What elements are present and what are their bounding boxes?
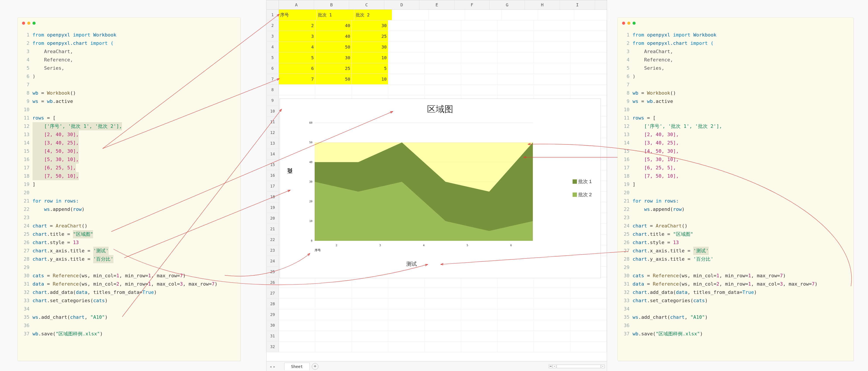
cell[interactable] — [534, 299, 570, 309]
cell[interactable] — [388, 320, 425, 331]
row-header[interactable]: 22 — [267, 234, 279, 245]
cell[interactable] — [574, 10, 611, 20]
cell[interactable] — [425, 299, 461, 309]
cell[interactable]: 5 — [352, 63, 388, 74]
cell[interactable] — [352, 309, 388, 320]
cell[interactable] — [461, 31, 497, 41]
cell[interactable] — [570, 74, 607, 84]
cell[interactable] — [461, 331, 497, 341]
cell[interactable] — [425, 85, 461, 95]
cell[interactable] — [497, 52, 534, 63]
cell[interactable] — [497, 331, 534, 341]
cell[interactable] — [570, 320, 607, 331]
cell[interactable] — [388, 31, 425, 41]
table-row[interactable]: 334025 — [267, 31, 607, 42]
row-header[interactable]: 6 — [267, 63, 279, 74]
cell[interactable] — [461, 74, 497, 84]
cell[interactable]: 25 — [352, 31, 388, 41]
cell[interactable] — [534, 31, 570, 41]
table-row[interactable]: 775010 — [267, 74, 607, 85]
cell[interactable] — [570, 85, 607, 95]
cell[interactable]: 10 — [352, 52, 388, 63]
cell[interactable] — [461, 299, 497, 309]
row-header[interactable]: 1 — [267, 10, 279, 20]
table-row[interactable]: 32 — [267, 342, 607, 352]
cell[interactable] — [425, 20, 461, 31]
cell[interactable] — [534, 52, 570, 63]
cell[interactable] — [497, 31, 534, 41]
row-header[interactable]: 21 — [267, 224, 279, 234]
cell[interactable] — [352, 288, 388, 298]
cell[interactable] — [388, 42, 425, 52]
col-G[interactable]: G — [490, 0, 525, 9]
cell[interactable]: 4 — [279, 42, 315, 52]
cell[interactable] — [534, 320, 570, 331]
cell[interactable] — [461, 320, 497, 331]
cell[interactable]: 批次 2 — [354, 10, 392, 20]
col-B[interactable]: B — [314, 0, 349, 9]
cell[interactable] — [352, 342, 388, 352]
row-header[interactable]: 20 — [267, 213, 279, 224]
cell[interactable] — [501, 10, 538, 20]
row-header[interactable]: 30 — [267, 320, 279, 331]
row-header[interactable]: 9 — [267, 95, 279, 106]
cell[interactable]: 6 — [279, 63, 315, 74]
row-header[interactable]: 25 — [267, 266, 279, 277]
cell[interactable] — [315, 342, 352, 352]
cell[interactable] — [388, 299, 425, 309]
cell[interactable] — [534, 74, 570, 84]
scroll-track[interactable] — [557, 365, 601, 368]
row-header[interactable]: 23 — [267, 245, 279, 256]
cell[interactable]: 序号 — [279, 10, 317, 20]
table-row[interactable]: 1序号批次 1批次 2 — [267, 10, 607, 20]
table-row[interactable]: 29 — [267, 309, 607, 320]
cell[interactable] — [279, 85, 315, 95]
cell[interactable] — [534, 331, 570, 341]
cell[interactable] — [570, 20, 607, 31]
cell[interactable]: 30 — [352, 20, 388, 31]
row-header[interactable]: 4 — [267, 42, 279, 52]
table-row[interactable]: 31 — [267, 331, 607, 342]
row-header[interactable]: 18 — [267, 192, 279, 202]
col-D[interactable]: D — [384, 0, 420, 9]
table-row[interactable]: 30 — [267, 320, 607, 331]
cell[interactable] — [315, 288, 352, 298]
row-header[interactable]: 14 — [267, 149, 279, 159]
cell[interactable] — [388, 331, 425, 341]
row-header[interactable]: 26 — [267, 277, 279, 288]
cell[interactable]: 25 — [315, 63, 352, 74]
cell[interactable] — [465, 10, 501, 20]
table-row[interactable]: 28 — [267, 299, 607, 309]
col-A[interactable]: A — [279, 0, 314, 9]
cell[interactable] — [461, 42, 497, 52]
cell[interactable] — [352, 299, 388, 309]
cell[interactable] — [497, 63, 534, 74]
row-header[interactable]: 8 — [267, 85, 279, 95]
cell[interactable] — [315, 331, 352, 341]
cell[interactable] — [279, 288, 315, 298]
cell[interactable]: 3 — [279, 31, 315, 41]
add-sheet-button[interactable]: + — [312, 363, 318, 370]
row-header[interactable]: 16 — [267, 170, 279, 181]
cell[interactable] — [352, 277, 388, 288]
row-header[interactable]: 2 — [267, 20, 279, 31]
cell[interactable]: 40 — [315, 31, 352, 41]
sheet-tab[interactable]: Sheet — [284, 363, 310, 370]
cell[interactable] — [279, 277, 315, 288]
cell[interactable] — [388, 52, 425, 63]
select-all-corner[interactable] — [267, 0, 279, 9]
cell[interactable] — [534, 42, 570, 52]
cell[interactable] — [279, 342, 315, 352]
row-header[interactable]: 17 — [267, 181, 279, 191]
table-row[interactable]: 445030 — [267, 42, 607, 52]
cell[interactable] — [534, 277, 570, 288]
row-header[interactable]: 19 — [267, 202, 279, 213]
cell[interactable] — [534, 288, 570, 298]
tab-nav-right-icon[interactable]: ▸ — [273, 364, 276, 369]
cell[interactable] — [534, 63, 570, 74]
spreadsheet[interactable]: A B C D E F G H I 1序号批次 1批次 222403033402… — [266, 0, 607, 371]
cell[interactable] — [538, 10, 574, 20]
cell[interactable] — [425, 331, 461, 341]
cell[interactable] — [570, 331, 607, 341]
cell[interactable] — [534, 342, 570, 352]
